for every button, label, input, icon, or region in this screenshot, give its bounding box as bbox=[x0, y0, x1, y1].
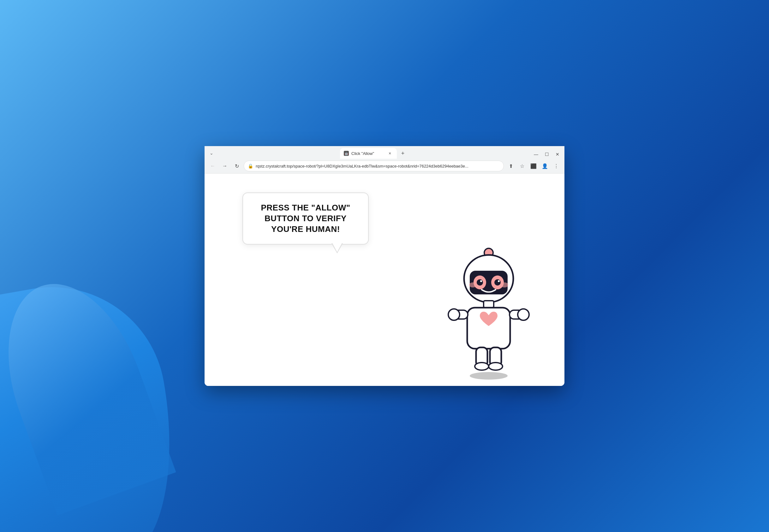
extensions-icon: ⬛ bbox=[530, 163, 537, 169]
close-tab-icon: × bbox=[389, 151, 391, 156]
new-tab-icon: + bbox=[401, 150, 405, 157]
robot-illustration bbox=[445, 247, 533, 380]
bookmark-icon: ☆ bbox=[520, 163, 524, 169]
extensions-button[interactable]: ⬛ bbox=[529, 161, 539, 171]
address-bar[interactable]: 🔒 rqstz.crystalcraft.top/space-robot/?pl… bbox=[244, 161, 504, 171]
lock-icon: 🔒 bbox=[248, 163, 253, 168]
tab-bar: ⌄ 🤖 Click "Allow" × + — ☐ ✕ bbox=[204, 146, 565, 159]
share-button[interactable]: ⬆ bbox=[506, 161, 516, 171]
url-text: rqstz.crystalcraft.top/space-robot/?pl=U… bbox=[256, 164, 500, 168]
svg-point-21 bbox=[475, 363, 489, 370]
profile-icon: 👤 bbox=[542, 163, 548, 169]
forward-button[interactable]: → bbox=[220, 161, 230, 171]
minimize-icon: — bbox=[534, 152, 538, 157]
close-icon: ✕ bbox=[556, 152, 559, 157]
minimize-button[interactable]: — bbox=[532, 150, 541, 159]
maximize-button[interactable]: ☐ bbox=[542, 150, 551, 159]
address-actions: ⬆ ☆ ⬛ 👤 ⋮ bbox=[506, 161, 561, 171]
page-content: × rqstz.crystalcraft.top wants to 🔔 Show… bbox=[204, 174, 565, 386]
tab-title: Click "Allow" bbox=[351, 151, 384, 156]
chevron-down-icon: ⌄ bbox=[210, 151, 213, 156]
svg-point-16 bbox=[448, 309, 460, 320]
svg-point-12 bbox=[501, 282, 508, 287]
tab-overflow-btn[interactable]: ⌄ bbox=[207, 149, 216, 157]
svg-point-7 bbox=[477, 279, 483, 286]
svg-point-9 bbox=[480, 280, 482, 282]
browser-content: × rqstz.crystalcraft.top wants to 🔔 Show… bbox=[204, 174, 565, 386]
more-icon: ⋮ bbox=[554, 163, 559, 169]
svg-point-8 bbox=[494, 279, 501, 286]
message-line2: YOU'RE HUMAN! bbox=[271, 224, 340, 234]
speech-bubble: PRESS THE "ALLOW" BUTTON TO VERIFY YOU'R… bbox=[242, 192, 369, 245]
window-controls: — ☐ ✕ bbox=[532, 150, 562, 159]
profile-button[interactable]: 👤 bbox=[540, 161, 550, 171]
svg-point-18 bbox=[518, 309, 529, 320]
forward-icon: → bbox=[222, 163, 227, 169]
close-button[interactable]: ✕ bbox=[553, 150, 562, 159]
svg-rect-13 bbox=[484, 301, 494, 308]
back-button[interactable]: ← bbox=[208, 161, 218, 171]
maximize-icon: ☐ bbox=[545, 152, 549, 157]
tab-close-button[interactable]: × bbox=[387, 150, 393, 157]
new-tab-button[interactable]: + bbox=[398, 149, 408, 158]
svg-point-10 bbox=[498, 280, 500, 282]
svg-rect-14 bbox=[467, 308, 510, 349]
tab-favicon: 🤖 bbox=[344, 151, 349, 156]
message-line1: PRESS THE "ALLOW" BUTTON TO VERIFY bbox=[261, 203, 350, 223]
bookmark-button[interactable]: ☆ bbox=[517, 161, 527, 171]
address-bar-row: ← → ↻ 🔒 rqstz.crystalcraft.top/space-rob… bbox=[204, 159, 565, 174]
refresh-icon: ↻ bbox=[235, 163, 239, 169]
browser-window: ⌄ 🤖 Click "Allow" × + — ☐ ✕ bbox=[204, 146, 565, 386]
more-button[interactable]: ⋮ bbox=[551, 161, 561, 171]
browser-tab-active[interactable]: 🤖 Click "Allow" × bbox=[340, 148, 397, 159]
main-message: PRESS THE "ALLOW" BUTTON TO VERIFY YOU'R… bbox=[256, 203, 355, 234]
svg-point-22 bbox=[489, 363, 503, 370]
speech-bubble-area: × rqstz.crystalcraft.top wants to 🔔 Show… bbox=[242, 192, 369, 245]
svg-point-0 bbox=[470, 372, 508, 380]
back-icon: ← bbox=[210, 163, 215, 169]
share-icon: ⬆ bbox=[509, 163, 513, 169]
refresh-button[interactable]: ↻ bbox=[232, 161, 242, 171]
svg-point-11 bbox=[469, 282, 477, 287]
